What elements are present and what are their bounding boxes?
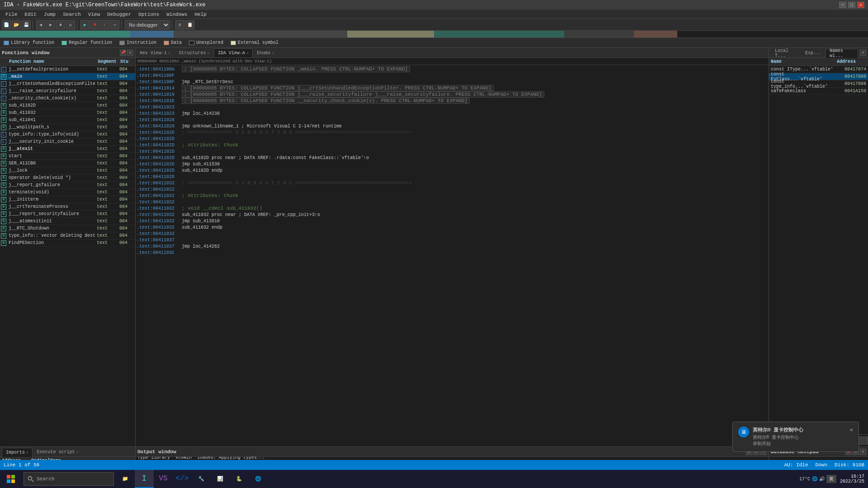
name-row-safefakeclass[interactable]: safeFakeclass 0041A150 [769, 88, 868, 95]
taskbar-search[interactable]: Search [24, 472, 114, 486]
taskbar-lang-indicator[interactable]: 英 [826, 475, 836, 483]
menu-file[interactable]: File [2, 11, 21, 18]
tab-enums[interactable]: Enums ✕ [253, 48, 278, 57]
functions-close[interactable]: ✕ [127, 50, 133, 56]
legend-instruction[interactable]: Instruction [119, 40, 156, 45]
tab-names[interactable]: Names wi... [826, 49, 858, 58]
tb-misc1[interactable]: ⚙ [175, 20, 184, 29]
code-line-0[interactable]: .text:0041100A; [00000005 BYTES: COLLAPS… [137, 66, 768, 72]
code-line-9[interactable]: .text:00411028 jmp unknown_libname_1 ; M… [137, 123, 768, 129]
taskbar-app6[interactable]: 📊 [211, 470, 230, 488]
menu-view[interactable]: View [85, 11, 104, 18]
function-row-16[interactable]: R j__report_gsfailure text 004 [0, 182, 135, 189]
code-line-6[interactable]: .text:00411023 [137, 104, 768, 110]
code-collapsed-5[interactable]: ; [00000005 BYTES: COLLAPSED FUNCTION __… [182, 98, 470, 104]
code-line-7[interactable]: .text:00411023 jmp loc_414238 [137, 110, 768, 117]
function-row-9[interactable]: L type_info::type_info(void) text 004 [0, 131, 135, 138]
tab-execute-script[interactable]: Execute script ✕ [33, 448, 82, 457]
db-notepad-close[interactable]: ✕ [860, 449, 866, 455]
code-line-11[interactable]: .text:0041102D [137, 136, 768, 142]
tb-step-over[interactable]: ↪ [110, 20, 119, 29]
code-collapsed-3[interactable]: ; [00000005 BYTES: COLLAPSED FUNCTION j_… [182, 85, 494, 91]
function-row-21[interactable]: R j___atomexitinit text 004 [0, 218, 135, 225]
tab-hex-view[interactable]: Hex View-1 ✕ [136, 48, 175, 57]
code-line-29[interactable]: .text:0041103C [137, 249, 768, 256]
tab-hex-close[interactable]: ✕ [168, 51, 170, 56]
code-line-8[interactable]: .text:00411028 [137, 117, 768, 123]
menu-edit[interactable]: Edit [21, 11, 40, 18]
tab-structures-close[interactable]: ✕ [207, 51, 209, 56]
code-line-15[interactable]: .text:0041102D jmp sub_411530 [137, 161, 768, 167]
tb-up[interactable]: ▲ [56, 20, 65, 29]
legend-data[interactable]: Data [164, 40, 182, 45]
taskbar-app7[interactable]: 🐍 [230, 470, 249, 488]
tb-back[interactable]: ◀ [36, 20, 45, 29]
taskbar-file-explorer[interactable]: 📁 [116, 470, 135, 488]
tb-refresh[interactable]: ↻ [66, 20, 75, 29]
code-line-2[interactable]: .text:0041100F jmp _RTC_GetErrDesc [137, 79, 768, 85]
function-row-10[interactable]: L j___security_init_cookie text 004 [0, 138, 135, 145]
tb-new[interactable]: 📄 [2, 20, 11, 29]
code-line-17[interactable]: .text:0041102D [137, 174, 768, 180]
function-row-12[interactable]: R start text 004 [0, 153, 135, 160]
function-row-3[interactable]: L j___raise_securityfailure text 004 [0, 88, 135, 95]
code-line-21[interactable]: .text:00411032 [137, 199, 768, 205]
tab-exports[interactable]: Exp... [801, 49, 826, 58]
minimize-button[interactable]: ─ [839, 2, 846, 8]
tb-stop[interactable]: ■ [90, 20, 99, 29]
function-row-15[interactable]: R operator delete(void *) text 004 [0, 174, 135, 182]
code-collapsed-0[interactable]: ; [00000005 BYTES: COLLAPSED FUNCTION _w… [182, 66, 410, 72]
code-line-5[interactable]: .text:0041101E; [00000005 BYTES: COLLAPS… [137, 98, 768, 104]
legend-lib-function[interactable]: Library function [4, 40, 54, 45]
tab-structures[interactable]: Structures ✕ [175, 48, 213, 57]
tab-execute-script-close[interactable]: ✕ [76, 450, 78, 455]
code-area[interactable]: .text:0041100A; [00000005 BYTES: COLLAPS… [136, 65, 769, 446]
code-line-22[interactable]: .text:00411032; void __cdecl sub_411032(… [137, 205, 768, 211]
code-line-24[interactable]: .text:00411032 jmp sub_413810 [137, 218, 768, 224]
code-line-25[interactable]: .text:00411032sub_411032 endp [137, 224, 768, 230]
function-row-2[interactable]: L j__crtSetUnhandledExceptionFilter text… [0, 80, 135, 88]
code-line-10[interactable]: .text:0041102D; =============== S U B R … [137, 129, 768, 136]
function-row-18[interactable]: R j__initterm text 004 [0, 196, 135, 203]
menu-debugger[interactable]: Debugger [104, 11, 135, 18]
legend-external-symbol[interactable]: External symbol [231, 40, 278, 45]
maximize-button[interactable]: □ [848, 2, 855, 8]
code-line-18[interactable]: .text:00411032; =============== S U B R … [137, 180, 768, 186]
code-line-20[interactable]: .text:00411032; Attributes: thunk [137, 192, 768, 199]
function-row-11[interactable]: R j__atexit text 004 [0, 145, 135, 153]
taskbar-vscode[interactable]: </> [173, 470, 192, 488]
taskbar-ida-app[interactable]: I [135, 470, 154, 488]
taskbar-app8[interactable]: 🌐 [249, 470, 268, 488]
function-row-13[interactable]: R SER_411CB0 text 004 [0, 160, 135, 167]
menu-options[interactable]: Options [135, 11, 163, 18]
code-line-14[interactable]: .text:0041102Dsub_41102D proc near ; DAT… [137, 155, 768, 161]
tab-local-types[interactable]: Local T... [771, 49, 801, 58]
code-line-13[interactable]: .text:0041102D [137, 148, 768, 155]
function-row-1[interactable]: R _main text 004 [0, 73, 135, 80]
function-row-14[interactable]: R j__lock text 004 [0, 167, 135, 174]
debugger-selector[interactable]: No debugger [125, 20, 170, 29]
code-line-28[interactable]: .text:00411037 jmp loc_414262 [137, 243, 768, 249]
tab-enums-close[interactable]: ✕ [272, 51, 274, 56]
taskbar-app5[interactable]: 🔧 [192, 470, 211, 488]
function-row-22[interactable]: R j__RTC_Shutdown text 004 [0, 225, 135, 232]
notif-close-button[interactable]: ✕ [850, 427, 853, 433]
function-row-0[interactable]: L j__setdefaultprecision text 004 [0, 66, 135, 73]
taskbar-visual-studio[interactable]: VS [154, 470, 173, 488]
function-row-24[interactable]: R FindPESection text 004 [0, 239, 135, 247]
code-line-26[interactable]: .text:00411032 [137, 230, 768, 237]
code-line-3[interactable]: .text:00411014; [00000005 BYTES: COLLAPS… [137, 85, 768, 91]
function-row-4[interactable]: L _security_check_cookie(x) text 004 [0, 95, 135, 102]
legend-unexplored[interactable]: Unexplored [189, 40, 223, 45]
code-line-27[interactable]: .text:00411037 [137, 237, 768, 243]
tb-save[interactable]: 💾 [22, 20, 31, 29]
tab-ida-close[interactable]: ✕ [246, 51, 249, 56]
function-row-7[interactable]: R sub_411041 text 004 [0, 117, 135, 124]
function-row-19[interactable]: R j__crtTerminateProcess text 004 [0, 203, 135, 211]
code-line-12[interactable]: .text:0041102D; Attributes: thunk [137, 142, 768, 148]
function-row-17[interactable]: R terminate(void) text 004 [0, 189, 135, 196]
function-row-23[interactable]: R type_info::`vector deleting destructor… [0, 232, 135, 239]
menu-search[interactable]: Search [59, 11, 85, 18]
code-collapsed-4[interactable]: ; [00000005 BYTES: COLLAPSED FUNCTION j_… [182, 91, 544, 98]
legend-reg-function[interactable]: Regular function [61, 40, 112, 45]
